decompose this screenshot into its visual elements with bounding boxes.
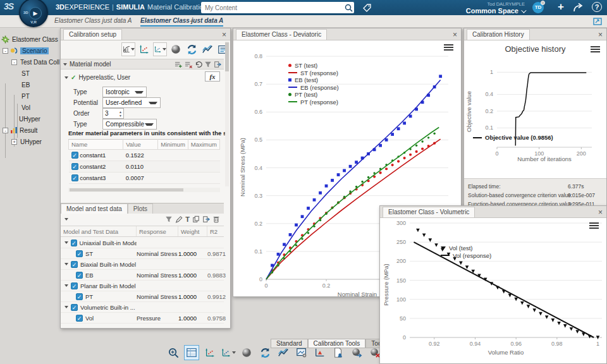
checkbox-checked[interactable] xyxy=(76,293,83,300)
tab-plots[interactable]: Plots xyxy=(128,203,153,214)
collapse-expander[interactable]: - xyxy=(3,48,8,54)
close-icon[interactable]: × xyxy=(598,209,603,215)
share-icon[interactable] xyxy=(573,3,584,13)
deviatoric-tab[interactable]: Elastomer Class - Deviatoric xyxy=(236,29,327,40)
tree-item-scenario[interactable]: - Scenario xyxy=(3,46,49,56)
tree-item-st[interactable]: ST xyxy=(21,68,30,78)
close-icon[interactable]: × xyxy=(453,32,457,38)
dropdown-caret-icon[interactable] xyxy=(232,351,236,354)
group-collapse-icon[interactable] xyxy=(64,306,68,308)
stress-strain-axes-button[interactable] xyxy=(202,345,218,360)
scrollbar-thumb[interactable] xyxy=(225,42,229,71)
doc-tab-1[interactable]: Elastomer Class just data A xyxy=(54,17,132,24)
tab-model-and-test-data[interactable]: Model and test data xyxy=(61,203,128,214)
add-parameter-icon[interactable] xyxy=(175,61,183,68)
volumetric-tab[interactable]: Elastomer Class - Volumetric xyxy=(383,207,475,217)
table-row[interactable]: constant3 0.0007 xyxy=(69,173,220,184)
tree-item-pt[interactable]: PT xyxy=(21,91,30,101)
help-button[interactable]: ? xyxy=(592,2,602,12)
plot-results-button[interactable] xyxy=(200,42,214,56)
test-data-plot-button[interactable] xyxy=(121,42,135,56)
space-selector[interactable]: Common Space xyxy=(466,8,525,15)
checkbox-checked[interactable] xyxy=(76,250,83,257)
close-icon[interactable]: × xyxy=(222,32,226,38)
material-sphere-button[interactable] xyxy=(169,42,183,56)
material-sphere-button[interactable] xyxy=(239,345,254,360)
tree-item-uhyper-result[interactable]: + UHyper xyxy=(11,136,42,147)
compressibility-select[interactable]: Compressible xyxy=(102,119,157,130)
table-row[interactable]: constant1 0.1522 xyxy=(69,150,220,161)
user-info[interactable]: Tod DALRYMPLE Common Space xyxy=(466,1,525,15)
dropdown-caret-icon[interactable] xyxy=(131,48,135,51)
report-document-button[interactable] xyxy=(331,345,346,360)
add-content-button[interactable]: + xyxy=(558,1,564,13)
chart-menu-icon[interactable] xyxy=(444,44,453,51)
plot-results-button[interactable] xyxy=(276,345,291,360)
doc-tab-2-active[interactable]: Elastomer Class just data A xyxy=(140,17,223,27)
data-table-button[interactable] xyxy=(184,345,199,360)
group-collapse-icon[interactable] xyxy=(64,241,68,244)
delete-trash-icon[interactable] xyxy=(212,215,220,223)
calibration-setup-tab[interactable]: Calibration setup xyxy=(63,29,122,40)
compass-widget[interactable]: 3D ▶ V,R xyxy=(19,0,48,27)
tree-item-eb[interactable]: EB xyxy=(21,80,30,90)
table-row[interactable]: Vol Pressure1.00000.9758 xyxy=(61,313,224,324)
group-collapse-icon[interactable] xyxy=(64,284,68,287)
checkbox-checked[interactable] xyxy=(71,240,77,246)
response-axes-button[interactable] xyxy=(221,345,236,360)
tree-item-root[interactable]: Elastomer Class ju xyxy=(1,34,59,44)
export-icon[interactable] xyxy=(214,61,221,68)
tree-item-vol[interactable]: Vol xyxy=(21,102,30,112)
vertical-scrollbar[interactable] xyxy=(225,41,229,186)
checkbox-checked[interactable] xyxy=(71,174,78,181)
chart-menu-icon[interactable] xyxy=(591,46,600,53)
search-icon[interactable] xyxy=(343,2,354,13)
zoom-search-icon[interactable] xyxy=(166,345,181,360)
hyperelastic-model-row[interactable]: ✓ Hyperelastic, User xyxy=(64,74,130,81)
run-calibration-button[interactable] xyxy=(257,345,273,360)
new-tab-button[interactable]: + xyxy=(190,17,194,26)
table-row[interactable]: ST Nominal Stress1.00000.9871 xyxy=(61,248,224,259)
copy-icon[interactable] xyxy=(192,215,200,223)
stress-strain-axes-button[interactable] xyxy=(137,42,151,56)
filter-icon[interactable] xyxy=(165,215,173,223)
group-collapse-icon[interactable] xyxy=(64,263,68,265)
collapse-all-icon[interactable] xyxy=(64,218,68,221)
remove-parameter-icon[interactable] xyxy=(185,61,193,68)
checkbox-checked[interactable] xyxy=(71,304,78,311)
collapse-expander[interactable]: - xyxy=(11,59,17,65)
table-row-group[interactable]: Planar Built-in Model xyxy=(61,281,224,291)
material-model-section-header[interactable]: Material model xyxy=(61,59,224,70)
table-row-group[interactable]: Volumetric Built-in ... xyxy=(61,302,224,313)
avatar[interactable]: TD xyxy=(532,2,544,13)
search-input[interactable] xyxy=(201,4,343,11)
checkbox-checked[interactable] xyxy=(71,163,78,170)
tree-item-result[interactable]: - Result xyxy=(3,125,37,135)
undo-icon[interactable] xyxy=(195,61,202,68)
collapse-expander[interactable]: - xyxy=(3,128,8,133)
export-icon[interactable] xyxy=(202,215,210,223)
potential-select[interactable]: User-defined xyxy=(102,97,161,108)
filter-icon[interactable] xyxy=(204,61,212,68)
type-select[interactable]: Isotropic xyxy=(102,87,147,97)
search-bar[interactable] xyxy=(201,2,354,13)
table-row-group[interactable]: Biaxial Built-in Model xyxy=(61,259,224,270)
dropdown-caret-icon[interactable] xyxy=(162,48,166,51)
plot-marker-button[interactable] xyxy=(312,345,328,360)
image-settings-button[interactable] xyxy=(294,345,309,360)
model-collapse-icon[interactable] xyxy=(64,76,68,79)
table-row[interactable]: PT Nominal Stress1.00000.9912 xyxy=(61,291,224,302)
checkbox-checked[interactable] xyxy=(76,315,83,322)
text-tool-icon[interactable]: T xyxy=(185,215,190,223)
section-collapse-icon[interactable] xyxy=(63,63,67,66)
table-row[interactable]: EB Nominal Stress1.00000.9883 xyxy=(61,270,224,281)
scrollbar-thumb[interactable] xyxy=(70,188,183,191)
expand-expander[interactable]: + xyxy=(11,139,17,145)
play-icon[interactable]: ▶ xyxy=(29,7,42,20)
close-icon[interactable]: × xyxy=(598,32,603,38)
horizontal-scrollbar[interactable] xyxy=(68,188,220,192)
chart-menu-icon[interactable] xyxy=(589,222,599,229)
tree-item-test-data-collection[interactable]: - Test Data Collec xyxy=(11,57,59,67)
stepper-arrows-icon[interactable]: ▲▼ xyxy=(119,110,122,118)
export-material-button[interactable] xyxy=(349,345,364,360)
